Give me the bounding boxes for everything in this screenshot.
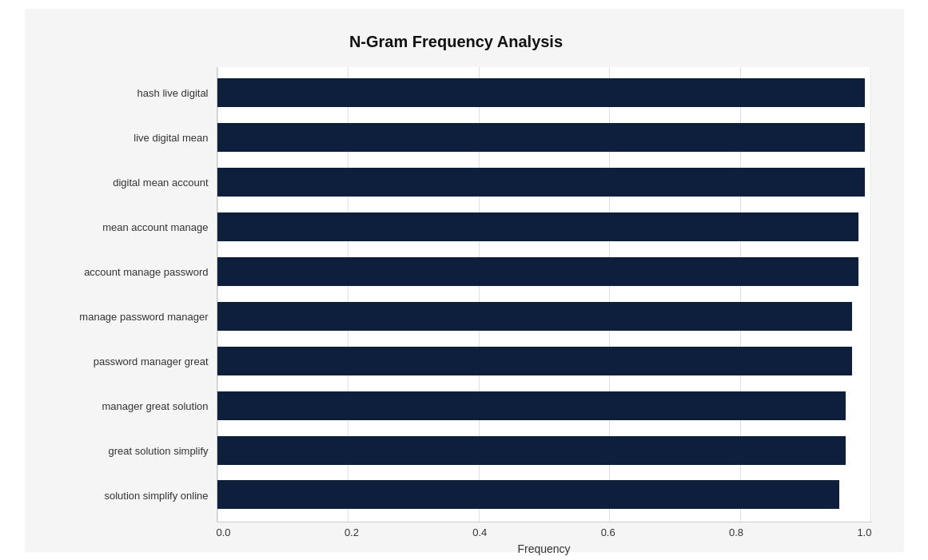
chart-title: N-Gram Frequency Analysis (41, 33, 872, 51)
bar (217, 78, 866, 107)
bar (217, 212, 859, 241)
bar (217, 480, 839, 509)
y-label: hash live digital (137, 73, 209, 113)
y-label: account manage password (84, 252, 208, 292)
x-tick: 0.2 (345, 526, 359, 538)
bar (217, 257, 859, 286)
bar-row (217, 117, 872, 157)
x-tick: 0.4 (472, 526, 487, 538)
x-tick: 0.8 (729, 526, 743, 538)
bar (217, 168, 866, 197)
bar-row (217, 252, 872, 292)
chart-container: N-Gram Frequency Analysis hash live digi… (25, 9, 904, 552)
bar (217, 302, 852, 331)
x-tick: 1.0 (857, 526, 871, 538)
y-label: live digital mean (133, 118, 208, 158)
x-axis-label: Frequency (217, 542, 872, 555)
bars-container (217, 71, 872, 518)
bar-row (217, 73, 872, 113)
bar (217, 391, 846, 420)
y-axis: hash live digitallive digital meandigita… (41, 67, 217, 522)
y-label: manage password manager (79, 297, 208, 337)
bar-row (217, 296, 872, 336)
chart-area: hash live digitallive digital meandigita… (41, 67, 872, 522)
y-label: digital mean account (113, 163, 208, 203)
bar (217, 123, 866, 152)
bar (217, 436, 846, 465)
y-label: password manager great (94, 342, 209, 382)
x-axis: 0.00.20.40.60.81.0 (217, 522, 872, 538)
bar-row (217, 431, 872, 471)
bar-row (217, 475, 872, 514)
y-label: mean account manage (102, 208, 208, 248)
y-label: manager great solution (102, 387, 209, 427)
x-tick: 0.0 (217, 526, 231, 538)
y-label: solution simplify online (104, 476, 208, 516)
bar-row (217, 162, 872, 202)
y-label: great solution simplify (109, 431, 209, 471)
x-tick: 0.6 (601, 526, 615, 538)
bar (217, 347, 852, 375)
bar-row (217, 386, 872, 426)
bar-row (217, 341, 872, 381)
bars-wrapper (217, 67, 872, 522)
bar-row (217, 207, 872, 247)
